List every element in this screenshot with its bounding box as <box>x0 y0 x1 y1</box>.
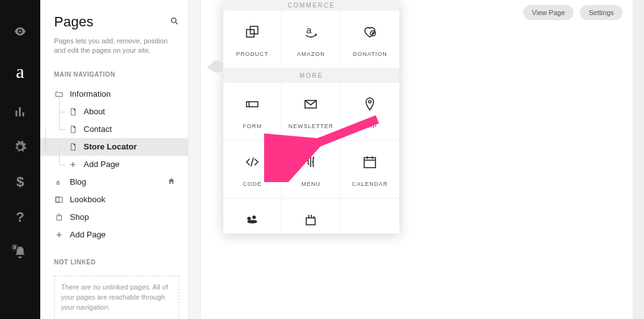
nav-item-label: Blog <box>70 177 86 187</box>
content-type-label: DONATION <box>353 51 387 57</box>
nav-item-label: Add Page <box>70 230 106 239</box>
rail-analytics[interactable] <box>0 94 40 129</box>
chart-icon <box>13 105 27 119</box>
page-icon <box>68 125 78 134</box>
eye-icon <box>13 24 27 38</box>
shop-icon <box>54 213 64 222</box>
content-type-product[interactable]: PRODUCT <box>223 11 282 68</box>
notification-badge: 3 <box>11 244 18 251</box>
not-linked-message: There are no unlinked pages. All of your… <box>54 276 179 319</box>
panel-description: Pages lets you add, remove, position and… <box>54 36 174 56</box>
content-type-donation[interactable]: DONATION <box>341 11 399 68</box>
rail-eye[interactable] <box>0 14 40 49</box>
content-type-code[interactable]: CODE <box>223 141 282 198</box>
content-type-label: AMAZON <box>297 51 325 57</box>
rail-notifications[interactable]: 3 <box>0 235 40 270</box>
content-type-amazon[interactable]: aAMAZON <box>282 11 340 68</box>
nav-item-information[interactable]: Information <box>54 85 179 103</box>
search-button[interactable] <box>170 16 179 28</box>
svg-rect-4 <box>56 197 59 202</box>
menu-icon <box>303 152 318 172</box>
content-type-label: MAP <box>363 123 377 129</box>
svg-text:a: a <box>306 24 312 35</box>
settings-button[interactable]: Settings <box>580 5 623 20</box>
content-type-menu[interactable]: MENU <box>282 141 340 198</box>
nav-item-label: About <box>84 107 105 116</box>
svg-point-23 <box>253 216 255 219</box>
help-icon: ? <box>16 209 24 225</box>
donation-icon <box>362 22 377 42</box>
svg-rect-9 <box>247 102 258 107</box>
content-type-calendar[interactable]: CALENDAR <box>341 141 399 198</box>
logo-a-icon: a <box>16 61 24 82</box>
svg-point-12 <box>369 100 371 103</box>
rail-help[interactable]: ? <box>0 200 40 235</box>
nav-item-label: Store Locator <box>84 142 137 151</box>
nav-item-store-locator[interactable]: Store Locator <box>40 138 188 156</box>
search-icon <box>170 16 179 26</box>
nav-item-label: Information <box>70 89 111 99</box>
nav-item-shop[interactable]: Shop <box>54 208 179 226</box>
svg-point-24 <box>248 220 257 223</box>
page-icon <box>68 143 78 151</box>
preview-top-buttons: View Page Settings <box>523 5 623 20</box>
rail-commerce[interactable]: $ <box>0 165 40 200</box>
panel-title: Pages <box>54 14 93 30</box>
section-not-linked: NOT LINKED <box>54 259 179 266</box>
nav-item-add-page[interactable]: Add Page <box>54 226 179 244</box>
newsletter-icon <box>303 94 318 114</box>
nav-item-contact[interactable]: Contact <box>54 121 179 138</box>
content-type-label: MENU <box>301 181 321 187</box>
home-icon <box>167 177 175 187</box>
gallery-icon <box>54 195 64 204</box>
add-content-panel: COMMERCEPRODUCTaAMAZONDONATIONMOREFORMNE… <box>223 0 399 234</box>
left-rail: a $ ? 3 <box>0 0 40 319</box>
plus-icon <box>68 160 78 169</box>
content-type-label: CALENDAR <box>352 181 388 187</box>
page-icon <box>68 107 78 116</box>
content-type-form[interactable]: FORM <box>223 83 282 141</box>
amazon-icon: a <box>303 22 318 42</box>
speech-bubble-tip <box>211 60 223 73</box>
svg-line-1 <box>175 22 177 24</box>
nav-item-lookbook[interactable]: Lookbook <box>54 191 179 208</box>
content-type-label: CODE <box>243 181 262 187</box>
nav-item-about[interactable]: About <box>54 103 179 121</box>
svg-point-22 <box>248 217 250 220</box>
calendar-icon <box>362 152 377 172</box>
section-main-nav: MAIN NAVIGATION <box>54 71 179 78</box>
content-type-newsletter[interactable]: NEWSLETTER <box>282 83 340 141</box>
blog-icon: a <box>54 178 64 187</box>
content-type-opentable[interactable]: OPENTABLE <box>223 198 282 234</box>
nav-tree: InformationAboutContactStore LocatorAdd … <box>54 85 179 244</box>
nav-item-add-page[interactable]: Add Page <box>54 156 179 173</box>
opentable-icon <box>245 210 260 230</box>
content-type-label: PRODUCT <box>236 51 269 57</box>
form-icon <box>245 94 260 114</box>
bandsintown-icon <box>303 210 318 230</box>
section-header-more: MORE <box>223 68 399 83</box>
view-page-button[interactable]: View Page <box>523 5 574 20</box>
section-header-commerce: COMMERCE <box>223 0 399 11</box>
dollar-icon: $ <box>16 174 24 190</box>
nav-item-label: Add Page <box>84 160 119 169</box>
content-type-bandsintown[interactable]: BANDSINTOWN <box>282 198 340 234</box>
nav-item-label: Lookbook <box>70 195 105 204</box>
product-icon <box>245 22 260 42</box>
code-icon <box>245 152 260 172</box>
gear-icon <box>13 140 27 154</box>
nav-item-label: Shop <box>70 212 89 222</box>
plus-icon <box>54 230 64 239</box>
svg-rect-25 <box>306 218 315 225</box>
svg-rect-13 <box>364 158 375 168</box>
nav-item-label: Contact <box>84 124 112 134</box>
content-type-label: FORM <box>243 123 262 129</box>
nav-item-blog[interactable]: aBlog <box>54 173 179 191</box>
svg-text:a: a <box>56 178 60 185</box>
content-type-label: NEWSLETTER <box>289 123 334 129</box>
rail-settings[interactable] <box>0 129 40 165</box>
rail-logo[interactable]: a <box>0 49 40 94</box>
svg-point-0 <box>172 18 177 23</box>
pages-panel: Pages Pages lets you add, remove, positi… <box>40 0 189 319</box>
content-type-map[interactable]: MAP <box>341 83 399 141</box>
